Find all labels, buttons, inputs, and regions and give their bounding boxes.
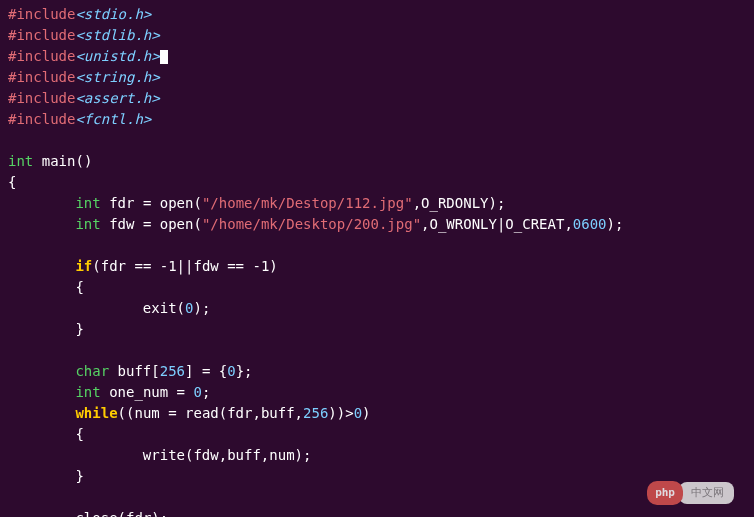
preproc-directive: #include bbox=[8, 69, 75, 85]
preproc-directive: #include bbox=[8, 111, 75, 127]
include-line: #include<unistd.h> bbox=[8, 46, 746, 67]
include-header: <unistd.h> bbox=[75, 48, 159, 64]
code-editor[interactable]: #include<stdio.h> #include<stdlib.h> #in… bbox=[8, 4, 746, 517]
text-cursor bbox=[160, 50, 168, 64]
include-header: <stdlib.h> bbox=[75, 27, 159, 43]
fdr-decl: int fdr = open("/home/mk/Destop/112.jpg"… bbox=[8, 193, 746, 214]
include-line: #include<assert.h> bbox=[8, 88, 746, 109]
string-literal: "/home/mk/Destop/112.jpg" bbox=[202, 195, 413, 211]
paren: () bbox=[75, 153, 92, 169]
string-literal: "/home/mk/Desktop/200.jpg" bbox=[202, 216, 421, 232]
blank-line bbox=[8, 130, 746, 151]
preproc-directive: #include bbox=[8, 48, 75, 64]
brace-close: } bbox=[8, 319, 746, 340]
main-signature: int main() bbox=[8, 151, 746, 172]
while-line: while((num = read(fdr,buff,256))>0) bbox=[8, 403, 746, 424]
fdw-decl: int fdw = open("/home/mk/Desktop/200.jpg… bbox=[8, 214, 746, 235]
brace-open: { bbox=[8, 277, 746, 298]
buff-decl: char buff[256] = {0}; bbox=[8, 361, 746, 382]
brace-open: { bbox=[8, 172, 746, 193]
watermark-text: 中文网 bbox=[679, 482, 734, 505]
include-line: #include<fcntl.h> bbox=[8, 109, 746, 130]
include-header: <assert.h> bbox=[75, 90, 159, 106]
write-call: write(fdw,buff,num); bbox=[8, 445, 746, 466]
blank-line bbox=[8, 340, 746, 361]
preproc-directive: #include bbox=[8, 6, 75, 22]
watermark: php 中文网 bbox=[647, 481, 734, 506]
return-type: int bbox=[8, 153, 33, 169]
blank-line bbox=[8, 235, 746, 256]
watermark-logo: php bbox=[647, 481, 683, 506]
brace-open: { bbox=[8, 424, 746, 445]
preproc-directive: #include bbox=[8, 90, 75, 106]
exit-call: exit(0); bbox=[8, 298, 746, 319]
include-line: #include<stdlib.h> bbox=[8, 25, 746, 46]
preproc-directive: #include bbox=[8, 27, 75, 43]
brace-close: } bbox=[8, 466, 746, 487]
include-line: #include<string.h> bbox=[8, 67, 746, 88]
blank-line bbox=[8, 487, 746, 508]
onenum-decl: int one_num = 0; bbox=[8, 382, 746, 403]
include-header: <string.h> bbox=[75, 69, 159, 85]
func-name: main bbox=[42, 153, 76, 169]
if-check: if(fdr == -1||fdw == -1) bbox=[8, 256, 746, 277]
include-line: #include<stdio.h> bbox=[8, 4, 746, 25]
close-fdr: close(fdr); bbox=[8, 508, 746, 517]
include-header: <stdio.h> bbox=[75, 6, 151, 22]
include-header: <fcntl.h> bbox=[75, 111, 151, 127]
